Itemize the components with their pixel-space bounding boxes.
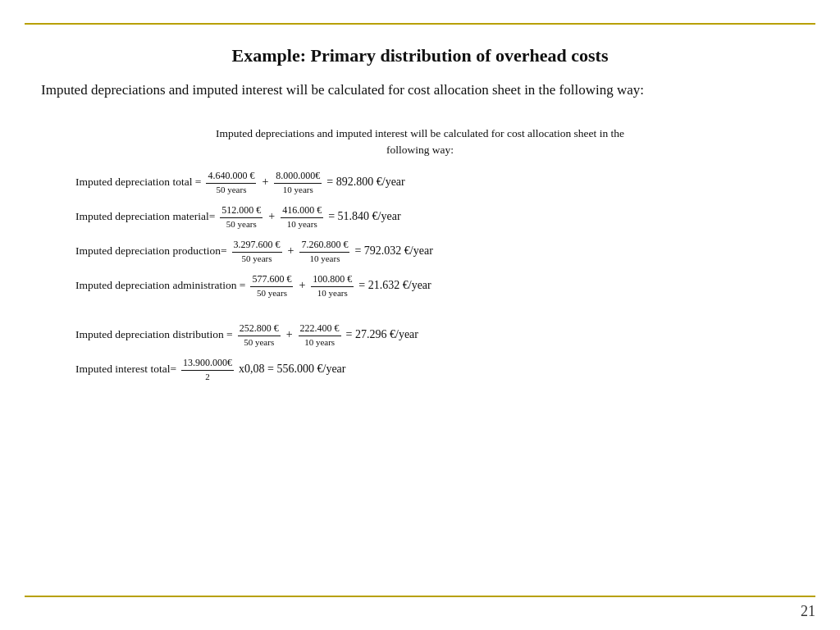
plus-sign: + — [262, 176, 268, 189]
top-border — [25, 23, 815, 25]
formula-row-production: Imputed depreciation production= 3.297.6… — [75, 239, 765, 263]
box-subtitle: Imputed depreciations and imputed intere… — [75, 126, 765, 159]
formula-label-interest: Imputed interest total= — [75, 363, 176, 376]
result-administration: = 21.632 €/year — [358, 279, 431, 292]
intro-paragraph: Imputed depreciations and imputed intere… — [41, 80, 799, 101]
fraction-1-distribution: 252.800 € 50 years — [238, 322, 281, 347]
formula-box: Imputed depreciations and imputed intere… — [51, 117, 789, 400]
formula-row-interest: Imputed interest total= 13.900.000€ 2 x0… — [75, 357, 765, 381]
formula-row-material: Imputed depreciation material= 512.000 €… — [75, 204, 765, 229]
formula-row-total: Imputed depreciation total = 4.640.000 €… — [75, 170, 765, 194]
fraction-1-total: 4.640.000 € 50 years — [206, 170, 256, 194]
result-material: = 51.840 €/year — [328, 210, 400, 223]
plus-sign-production: + — [288, 244, 294, 258]
fraction-1-material: 512.000 € 50 years — [220, 204, 262, 229]
fraction-2-administration: 100.800 € 10 years — [311, 273, 354, 298]
plus-sign-distribution: + — [286, 328, 293, 341]
fraction-2-production: 7.260.800 € 10 years — [299, 239, 349, 263]
bottom-border — [25, 596, 815, 597]
main-content: Example: Primary distribution of overhea… — [25, 37, 815, 585]
fraction-2-material: 416.000 € 10 years — [281, 204, 323, 229]
result-production: = 792.032 €/year — [354, 244, 432, 258]
fraction-1-administration: 577.600 € 50 years — [250, 273, 293, 298]
page-number: 21 — [801, 603, 815, 620]
result-total: = 892.800 €/year — [326, 176, 404, 189]
formula-row-administration: Imputed depreciation administration = 57… — [75, 273, 765, 298]
formula-label-material: Imputed depreciation material= — [75, 210, 215, 223]
result-interest: x0,08 = 556.000 €/year — [239, 363, 345, 376]
spacer — [75, 308, 765, 322]
page-title: Example: Primary distribution of overhea… — [41, 45, 799, 66]
fraction-interest: 13.900.000€ 2 — [181, 357, 234, 381]
fraction-1-production: 3.297.600 € 50 years — [232, 239, 282, 263]
fraction-2-distribution: 222.400 € 10 years — [299, 322, 341, 347]
formula-label-distribution: Imputed depreciation distribution = — [75, 328, 233, 341]
formula-label-total: Imputed depreciation total = — [75, 176, 201, 189]
plus-sign-material: + — [268, 210, 275, 223]
fraction-2-total: 8.000.000€ 10 years — [274, 170, 322, 194]
formula-label-administration: Imputed depreciation administration = — [75, 279, 245, 292]
formula-row-distribution: Imputed depreciation distribution = 252.… — [75, 322, 765, 347]
plus-sign-administration: + — [299, 279, 305, 292]
result-distribution: = 27.296 €/year — [346, 328, 418, 341]
formula-label-production: Imputed depreciation production= — [75, 244, 227, 258]
